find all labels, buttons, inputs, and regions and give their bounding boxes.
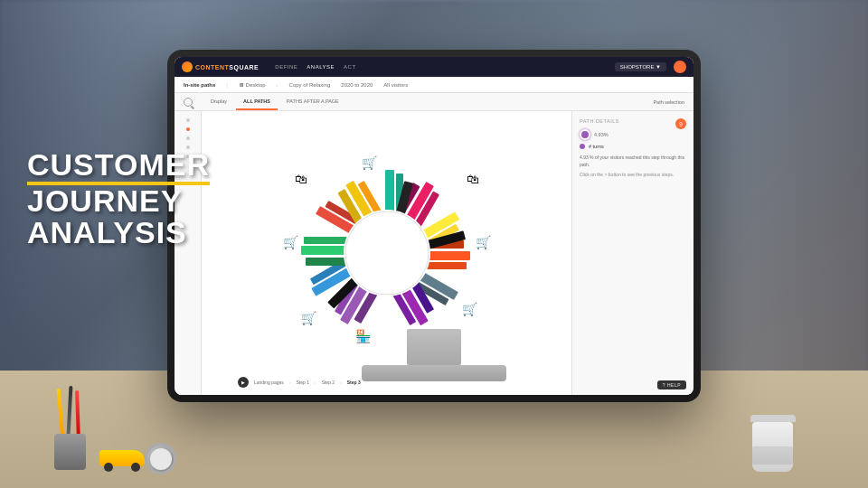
tab-display[interactable]: Display	[203, 93, 234, 110]
pencil-dark	[67, 386, 73, 436]
path-item: # turns	[580, 144, 686, 149]
car-wheel-right	[131, 463, 140, 472]
cup-body	[54, 434, 86, 470]
pencil-red	[75, 390, 80, 440]
subnav-breadcrumb[interactable]: 🖥 Desktop	[239, 82, 266, 88]
watch	[145, 443, 176, 474]
stand-neck	[407, 329, 461, 365]
logo-text: CONTENTSQUARE	[195, 64, 259, 70]
nav-define[interactable]: DEFINE	[275, 64, 297, 70]
tab-paths-after[interactable]: PATHS AFTER A PAGE	[279, 93, 346, 110]
watch-face	[150, 448, 172, 470]
overlay-line2: JOURNEY	[27, 185, 210, 218]
sidebar-dot-1	[186, 118, 190, 122]
desk-items	[0, 371, 868, 488]
watch-body	[145, 443, 176, 474]
overlay-line3: ANALYSIS	[27, 217, 210, 249]
panel-hint: Click on the > button to see the previou…	[580, 172, 686, 179]
app-subnav: In-site paths | 🖥 Desktop › Copy of Rela…	[175, 77, 693, 93]
subnav-filter3[interactable]: All visitors	[383, 82, 408, 88]
car-wheel-left	[104, 463, 113, 472]
search-icon[interactable]	[184, 98, 193, 107]
sidebar-dot-2	[186, 127, 190, 131]
panel-description: 4.93 % of your visitors reached this ste…	[580, 155, 686, 168]
tab-all-paths[interactable]: ALL PATHS	[236, 93, 278, 110]
nav-act[interactable]: ACT	[344, 64, 356, 70]
pencil-cup	[54, 425, 86, 470]
svg-point-32	[345, 211, 429, 295]
panel-title: PATH DETAILS	[580, 118, 686, 124]
subnav-filter1[interactable]: Copy of Relaxing	[289, 82, 331, 88]
coffee-cup	[752, 415, 796, 472]
right-panel: PATH DETAILS 9 4.93% # turns 4.93 % of y…	[571, 111, 693, 395]
path-selection-label[interactable]: Path selection	[653, 99, 684, 105]
nav-analyse[interactable]: ANALYSE	[307, 64, 335, 70]
coffee-sleeve	[752, 446, 793, 465]
overlay-line1: CUSTOMER	[27, 149, 210, 185]
nav-store[interactable]: SHOPSTORE ▼	[615, 62, 666, 71]
app-tabs: Display ALL PATHS PATHS AFTER A PAGE Pat…	[175, 93, 693, 111]
coffee-lid	[750, 415, 796, 422]
overlay-text-block: CUSTOMER JOURNEY ANALYSIS	[27, 149, 210, 249]
app-logo: CONTENTSQUARE	[182, 61, 259, 72]
nav-items: DEFINE ANALYSE ACT	[275, 64, 355, 70]
panel-badge: 9	[675, 118, 686, 129]
subnav-filter2[interactable]: 2020 to 2020	[341, 82, 373, 88]
path-percentage: 4.93%	[594, 132, 609, 137]
subnav-title: In-site paths	[184, 82, 215, 88]
path-label: # turns	[589, 144, 604, 149]
logo-icon	[182, 61, 193, 72]
sidebar-dot-3	[186, 136, 190, 140]
svg-rect-21	[423, 262, 467, 269]
nav-avatar[interactable]	[674, 61, 686, 73]
pencil-yellow	[57, 389, 65, 438]
coffee-body	[752, 422, 793, 472]
app-navbar: CONTENTSQUARE DEFINE ANALYSE ACT SHOPSTO…	[175, 57, 693, 77]
toy-car	[99, 449, 145, 472]
circular-chart[interactable]: 🛒 🛍 🛒 🛒 🏪 🛒 🛒 🛍	[288, 154, 486, 352]
